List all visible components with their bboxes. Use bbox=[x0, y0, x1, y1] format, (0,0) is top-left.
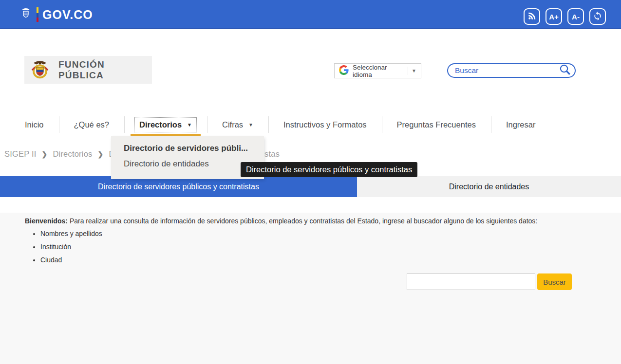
funcion-publica-logo[interactable]: FUNCIÓN PÚBLICA bbox=[24, 56, 152, 84]
reload-button[interactable] bbox=[589, 8, 606, 25]
nav-label: Preguntas Frecuentes bbox=[397, 120, 476, 129]
nav-item-preguntas[interactable]: Preguntas Frecuentes bbox=[382, 113, 491, 136]
nav-label: Inicio bbox=[25, 120, 44, 129]
tooltip: Directorio de servidores públicos y cont… bbox=[241, 162, 417, 177]
breadcrumb-sigep[interactable]: SIGEP II bbox=[4, 149, 37, 159]
funcion-publica-wordmark: FUNCIÓN PÚBLICA bbox=[58, 59, 152, 81]
list-item: Ciudad bbox=[40, 256, 102, 263]
govco-brand-text: GOV.CO bbox=[42, 8, 93, 22]
nav-label: Cifras bbox=[222, 120, 243, 129]
chevron-down-icon: ▼ bbox=[187, 122, 192, 127]
welcome-text: Bienvenidos:Para realizar una consulta d… bbox=[25, 217, 537, 225]
nav-item-cifras[interactable]: Cifras ▼ bbox=[207, 113, 268, 136]
nav-label: Ingresar bbox=[506, 120, 536, 129]
divider bbox=[408, 67, 408, 75]
reload-icon bbox=[593, 11, 602, 22]
menu-item-directorio-servidores[interactable]: Directorio de servidores públi... bbox=[124, 144, 264, 153]
rss-icon bbox=[527, 11, 537, 22]
font-decrease-button[interactable]: A- bbox=[567, 8, 584, 25]
font-increase-button[interactable]: A+ bbox=[546, 8, 562, 25]
search-criteria-list: Nombres y apellidos Institución Ciudad bbox=[40, 230, 102, 270]
language-selector[interactable]: Seleccionar idioma ▼ bbox=[334, 63, 421, 78]
directory-search-input[interactable] bbox=[407, 273, 535, 290]
language-selector-label: Seleccionar idioma bbox=[353, 64, 404, 78]
buscar-button[interactable]: Buscar bbox=[537, 273, 572, 290]
list-item: Institución bbox=[40, 243, 102, 250]
colombia-flag-stripe bbox=[37, 7, 38, 22]
nav-item-que-es[interactable]: ¿Qué es? bbox=[59, 113, 124, 136]
nav-item-ingresar[interactable]: Ingresar bbox=[491, 113, 551, 136]
chevron-down-icon: ▼ bbox=[248, 122, 253, 127]
main-content: Bienvenidos:Para realizar una consulta d… bbox=[0, 213, 621, 364]
directory-tabs: Directorio de servidores públicos y cont… bbox=[0, 176, 621, 197]
nav-label: ¿Qué es? bbox=[74, 120, 109, 129]
breadcrumb-directorios[interactable]: Directorios bbox=[53, 149, 92, 159]
site-search-input[interactable] bbox=[455, 66, 559, 75]
tab-directorio-servidores[interactable]: Directorio de servidores públicos y cont… bbox=[0, 176, 357, 197]
search-icon[interactable] bbox=[559, 63, 571, 78]
nav-item-instructivos[interactable]: Instructivos y Formatos bbox=[268, 113, 382, 136]
rss-button[interactable] bbox=[524, 8, 540, 25]
nav-item-inicio[interactable]: Inicio bbox=[10, 113, 59, 136]
colombia-coat-of-arms-icon bbox=[19, 6, 33, 23]
govco-logo[interactable]: GOV.CO bbox=[19, 6, 93, 23]
chevron-down-icon: ▼ bbox=[412, 68, 416, 73]
nav-label: Directorios bbox=[139, 120, 182, 129]
gov-top-bar: GOV.CO A+ A- bbox=[0, 0, 621, 29]
nav-label: Instructivos y Formatos bbox=[283, 120, 367, 129]
list-item: Nombres y apellidos bbox=[40, 230, 102, 237]
nav-item-directorios[interactable]: Directorios ▼ bbox=[124, 113, 207, 136]
main-nav: Inicio ¿Qué es? Directorios ▼ Cifras ▼ I… bbox=[0, 113, 621, 136]
accessibility-toolbar: A+ A- bbox=[524, 8, 606, 25]
funcion-publica-coat-of-arms-icon bbox=[29, 58, 51, 82]
tab-directorio-entidades[interactable]: Directorio de entidades bbox=[357, 176, 621, 197]
chevron-right-icon: ❯ bbox=[98, 150, 104, 158]
chevron-right-icon: ❯ bbox=[42, 150, 48, 158]
site-search bbox=[447, 63, 576, 78]
google-translate-icon bbox=[339, 65, 349, 77]
welcome-label: Bienvenidos: bbox=[25, 217, 68, 225]
